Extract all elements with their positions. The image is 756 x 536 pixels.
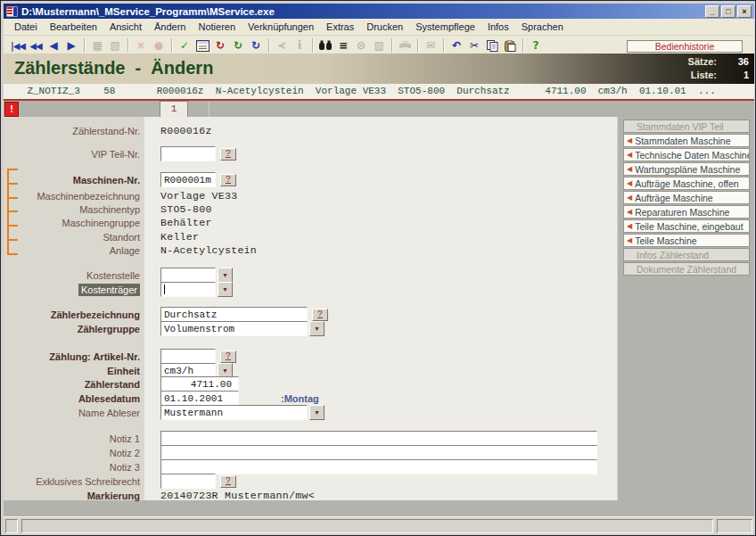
zaehlergruppe-label: Zählergruppe xyxy=(4,324,144,334)
copy-icon[interactable] xyxy=(483,37,501,54)
paste-icon[interactable] xyxy=(501,37,519,54)
menu-sprachen[interactable]: Sprachen xyxy=(515,20,570,34)
go-first-record-icon[interactable]: |◀◀ xyxy=(9,37,27,54)
alert-icon: ! xyxy=(4,102,19,117)
field-zaehlerbezeichnung: Zählerbezeichnung ? xyxy=(4,307,617,322)
zaehlerbezeichnung-input[interactable] xyxy=(160,307,308,322)
branch-icon: ≺ xyxy=(273,37,291,54)
menu-bearbeiten[interactable]: Bearbeiten xyxy=(44,20,103,34)
notiz-3-input[interactable] xyxy=(160,459,597,474)
markierung-label: Markierung xyxy=(4,491,144,501)
zaehlung-artikel-nr-label: Zählung: Artikel-Nr. xyxy=(4,351,144,362)
field-notiz-2: Notiz 2 xyxy=(4,445,617,460)
record-counts: Sätze: 36 Liste: 1 xyxy=(688,55,749,82)
chevron-down-icon: ▼ xyxy=(314,326,320,332)
field-maschinen-nr: Maschinen-Nr. ? xyxy=(4,172,617,187)
maschinen-nr-lookup-button[interactable]: ? xyxy=(220,174,236,186)
maximize-button[interactable]: □ xyxy=(721,5,735,18)
print-icon xyxy=(396,37,414,54)
menu-extras[interactable]: Extras xyxy=(320,20,360,34)
exklusives-schreibrecht-lookup-button[interactable]: ? xyxy=(220,475,236,488)
field-kostentraeger: Kostenträger ▼ xyxy=(4,282,617,297)
anlage-value: N-Acetylcystein xyxy=(160,244,257,256)
zaehlerbezeichnung-lookup-button[interactable]: ? xyxy=(312,309,328,321)
sidebutton-stammdaten-vip-teil: Stammdaten VIP Teil xyxy=(623,120,750,133)
exklusives-schreibrecht-input[interactable] xyxy=(160,474,216,489)
tab-1[interactable]: 1 xyxy=(160,101,188,117)
field-anlage: Anlage N-Acetylcystein xyxy=(4,243,617,258)
maschinenbezeichnung-value: Vorlage VE33 xyxy=(160,190,237,202)
einheit-label: Einheit xyxy=(4,366,144,376)
confirm-check-icon[interactable]: ✓ xyxy=(176,37,193,54)
toolbar-separator xyxy=(417,38,418,53)
sidebutton-teile-maschine[interactable]: ◀Teile Maschine xyxy=(623,234,750,247)
minimize-button[interactable]: _ xyxy=(705,5,719,18)
sidebutton-dokumente-zaehlerstand: Dokumente Zählerstand xyxy=(623,262,750,276)
ablesedatum-input[interactable] xyxy=(160,391,239,406)
tab-divider xyxy=(209,102,210,117)
page-header: Zählerstände - Ändern Sätze: 36 Liste: 1 xyxy=(4,54,754,84)
menu-notieren[interactable]: Notieren xyxy=(192,20,242,34)
zaehlergruppe-input[interactable] xyxy=(160,321,308,336)
menu-infos[interactable]: Infos xyxy=(481,20,515,34)
menu-ansicht[interactable]: Ansicht xyxy=(103,20,148,34)
bedienhistorie-button[interactable]: Bedienhistorie xyxy=(627,40,743,53)
chart-icon: ▨ xyxy=(370,37,388,54)
standort-value: Keller xyxy=(160,231,199,243)
markierung-value: 20140723R Mustermann/mw< xyxy=(160,490,315,501)
kostentraeger-label: Kostenträger xyxy=(78,284,140,296)
menu-aendern[interactable]: Ändern xyxy=(148,20,192,34)
liste-value: 1 xyxy=(717,69,749,82)
search-binoculars-icon[interactable] xyxy=(316,37,334,54)
list-view-icon[interactable]: ≡ xyxy=(334,37,352,54)
sidebutton-wartungsplaene-maschine[interactable]: ◀Wartungspläne Maschine xyxy=(623,162,750,176)
notiz-1-input[interactable] xyxy=(160,431,597,446)
zaehlerstand-input[interactable] xyxy=(160,376,239,392)
sidebutton-reparaturen-maschine[interactable]: ◀Reparaturen Maschine xyxy=(623,205,750,219)
menu-systempflege[interactable]: Systempflege xyxy=(409,20,481,34)
kostenstelle-input[interactable] xyxy=(160,268,216,283)
vip-teil-nr-lookup-button[interactable]: ? xyxy=(220,148,236,161)
name-ableser-dropdown-button[interactable]: ▼ xyxy=(309,405,325,420)
sidebutton-auftraege-maschine[interactable]: ◀Aufträge Maschine xyxy=(623,191,750,204)
chevron-down-icon: ▼ xyxy=(222,272,228,278)
maschinengruppe-label: Maschinengruppe xyxy=(4,218,144,228)
kostenstelle-label: Kostenstelle xyxy=(4,270,144,281)
next-record-icon[interactable]: ▶ xyxy=(62,37,80,54)
form-view-icon[interactable] xyxy=(193,37,211,54)
notiz-2-input[interactable] xyxy=(160,445,597,460)
sidebutton-stammdaten-maschine[interactable]: ◀Stammdaten Maschine xyxy=(623,134,750,147)
sidebutton-auftraege-maschine-offen[interactable]: ◀Aufträge Maschine, offen xyxy=(623,177,750,190)
zaehlung-artikel-nr-input[interactable] xyxy=(160,349,216,364)
name-ableser-input[interactable] xyxy=(160,405,308,420)
kostentraeger-input[interactable] xyxy=(160,282,216,297)
sidebutton-teile-maschine-eingebaut[interactable]: ◀Teile Maschine, eingebaut xyxy=(623,219,750,233)
name-ableser-label: Name Ableser xyxy=(4,408,144,418)
refresh-red-icon[interactable]: ↻ xyxy=(211,37,229,54)
chevron-down-icon: ▼ xyxy=(314,409,320,416)
refresh-blue-icon[interactable]: ↻ xyxy=(247,37,265,54)
undo-icon[interactable]: ↶ xyxy=(448,37,465,54)
refresh-green-icon[interactable]: ↻ xyxy=(229,37,247,54)
help-icon[interactable]: ? xyxy=(527,37,545,54)
field-vip-teil-nr: VIP Teil-Nr. ? xyxy=(4,146,617,161)
close-button[interactable]: × xyxy=(737,5,752,18)
kostenstelle-dropdown-button[interactable]: ▼ xyxy=(218,268,233,283)
sidebutton-technische-daten-maschine[interactable]: ◀Technische Daten Maschine xyxy=(623,148,750,161)
notiz-3-label: Notiz 3 xyxy=(4,462,144,473)
previous-record-icon[interactable]: ◀ xyxy=(45,37,62,54)
field-notiz-3: Notiz 3 xyxy=(4,459,617,474)
zaehlung-artikel-nr-lookup-button[interactable]: ? xyxy=(220,350,236,363)
maschinen-nr-input[interactable] xyxy=(160,172,216,187)
vip-teil-nr-input[interactable] xyxy=(160,146,216,161)
cut-scissors-icon[interactable]: ✂ xyxy=(465,37,483,54)
menu-datei[interactable]: Datei xyxy=(8,20,44,34)
application-window: D:\Mustermann\_MService_Programm\MServic… xyxy=(0,0,756,536)
zaehlergruppe-dropdown-button[interactable]: ▼ xyxy=(309,321,325,336)
page-back-icon[interactable]: ◀◀ xyxy=(27,37,45,54)
liste-row: Liste: 1 xyxy=(688,69,749,82)
kostentraeger-dropdown-button[interactable]: ▼ xyxy=(218,282,233,297)
text-cursor xyxy=(164,284,165,294)
menu-verknuepfungen[interactable]: Verknüpfungen xyxy=(242,20,320,34)
menu-drucken[interactable]: Drucken xyxy=(360,20,409,34)
